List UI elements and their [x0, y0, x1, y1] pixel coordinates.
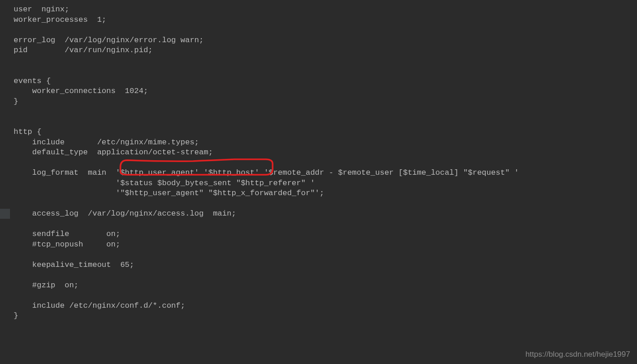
- code-line[interactable]: [14, 270, 637, 280]
- code-line[interactable]: access_log /var/log/nginx/access.log mai…: [14, 209, 637, 219]
- code-line[interactable]: user nginx;: [14, 5, 637, 15]
- code-editor[interactable]: user nginx; worker_processes 1; error_lo…: [0, 0, 637, 364]
- code-line[interactable]: [14, 250, 637, 260]
- code-line[interactable]: [14, 107, 637, 117]
- code-line[interactable]: sendfile on;: [14, 229, 637, 240]
- code-line[interactable]: default_type application/octet-stream;: [14, 148, 637, 158]
- code-line[interactable]: [14, 66, 637, 76]
- code-line[interactable]: }: [14, 97, 637, 107]
- code-line[interactable]: [14, 56, 637, 66]
- code-content-area[interactable]: user nginx; worker_processes 1; error_lo…: [14, 0, 637, 364]
- code-line[interactable]: keepalive_timeout 65;: [14, 260, 637, 271]
- code-line[interactable]: }: [14, 311, 637, 321]
- watermark-text: https://blog.csdn.net/hejie1997: [525, 349, 630, 360]
- code-line[interactable]: [14, 158, 637, 168]
- code-line[interactable]: [14, 199, 637, 209]
- code-line[interactable]: [14, 290, 637, 301]
- code-line[interactable]: '"$http_user_agent" "$http_x_forwarded_f…: [14, 188, 637, 199]
- code-line[interactable]: error_log /var/log/nginx/error.log warn;: [14, 35, 637, 46]
- code-line[interactable]: include /etc/nginx/conf.d/*.conf;: [14, 301, 637, 311]
- line-number-gutter: [0, 0, 14, 364]
- code-line[interactable]: #tcp_nopush on;: [14, 240, 637, 250]
- code-line[interactable]: events {: [14, 76, 637, 87]
- code-line[interactable]: '$status $body_bytes_sent "$http_referer…: [14, 178, 637, 189]
- code-line[interactable]: include /etc/nginx/mime.types;: [14, 138, 637, 148]
- code-line[interactable]: #gzip on;: [14, 280, 637, 291]
- gutter-highlight: [0, 209, 10, 219]
- code-line[interactable]: http {: [14, 127, 637, 138]
- code-line[interactable]: worker_processes 1;: [14, 15, 637, 25]
- code-line[interactable]: pid /var/run/nginx.pid;: [14, 45, 637, 56]
- code-line[interactable]: [14, 25, 637, 35]
- code-line[interactable]: [14, 117, 637, 128]
- code-line[interactable]: worker_connections 1024;: [14, 86, 637, 97]
- code-line[interactable]: [14, 219, 637, 230]
- code-line[interactable]: log_format main '$http_user_agent' '$htt…: [14, 168, 637, 178]
